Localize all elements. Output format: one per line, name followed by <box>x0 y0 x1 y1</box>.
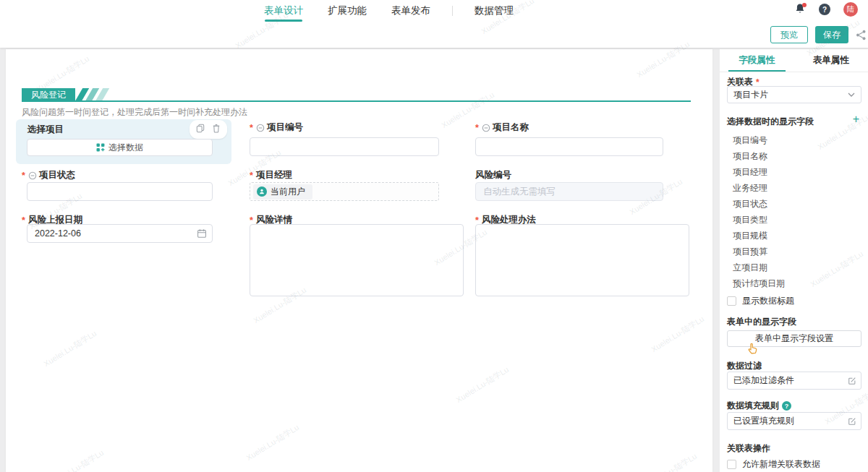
project-no-label: * 项目编号 <box>250 121 303 134</box>
tab-form-properties[interactable]: 表单属性 <box>794 49 868 72</box>
main-nav-tabs: 表单设计 扩展功能 表单发布 数据管理 <box>264 1 514 20</box>
tab-form-publish[interactable]: 表单发布 <box>391 4 430 17</box>
required-mark: * <box>475 123 479 133</box>
fill-rule-title: 数据填充规则 ? <box>727 400 791 412</box>
checkbox-icon <box>727 296 736 306</box>
hand-cursor-icon <box>747 342 760 357</box>
current-user-chip: 当前用户 <box>253 184 312 199</box>
tab-label: 表单发布 <box>391 5 430 16</box>
form-title: 风险登记 <box>22 88 75 101</box>
risk-method-textarea[interactable] <box>475 224 689 296</box>
required-mark: * <box>250 123 253 133</box>
select-data-label: 选择数据 <box>109 142 143 154</box>
risk-no-label: 风险编号 <box>475 169 511 181</box>
tab-extensions[interactable]: 扩展功能 <box>328 4 367 17</box>
required-mark: * <box>22 215 25 226</box>
edit-icon <box>848 417 856 426</box>
project-name-label: * 项目名称 <box>475 121 529 134</box>
app-screen: Xuelei.Lu-陆学LuXuelei.Lu-陆学LuXuelei.Lu-陆学… <box>0 0 868 472</box>
display-field-item[interactable]: 项目状态 <box>727 196 857 212</box>
project-status-label: * 项目状态 <box>22 169 75 181</box>
share-icon[interactable] <box>856 30 867 40</box>
project-manager-label: * 项目经理 <box>250 169 292 181</box>
select-project-widget[interactable]: 选择项目 选择数据 <box>16 119 231 164</box>
nav-divider <box>452 6 453 16</box>
header-icon-group: ? 陆 <box>794 2 858 17</box>
form-canvas: 风险登记 风险问题第一时间登记，处理完成后第一时间补充处理办法 选择项目 选择数… <box>6 49 712 472</box>
display-fields-title: 选择数据时的显示字段 <box>727 116 814 128</box>
display-field-item[interactable]: 项目编号 <box>727 132 857 148</box>
title-underline <box>22 100 691 102</box>
related-table-select[interactable]: 项目卡片 <box>727 86 861 103</box>
risk-no-input[interactable] <box>475 182 663 201</box>
user-icon <box>257 186 267 197</box>
notification-dot <box>802 3 807 7</box>
display-field-item[interactable]: 项目预算 <box>727 244 857 259</box>
top-header: 表单设计 扩展功能 表单发布 数据管理 ? 陆 预览 保存 <box>0 0 868 48</box>
project-manager-field[interactable]: 当前用户 <box>250 182 439 201</box>
calendar-icon[interactable] <box>197 228 207 241</box>
risk-date-input[interactable] <box>27 224 213 243</box>
show-data-title-checkbox[interactable]: 显示数据标题 <box>727 295 794 307</box>
help-glyph: ? <box>822 6 827 14</box>
related-table-value: 项目卡片 <box>733 89 768 101</box>
tab-label: 扩展功能 <box>328 5 367 16</box>
copy-icon[interactable] <box>196 123 205 136</box>
edit-icon <box>848 377 856 385</box>
notification-bell-icon[interactable] <box>794 3 806 16</box>
display-field-item[interactable]: 项目名称 <box>727 148 857 164</box>
info-icon[interactable]: ? <box>782 401 791 411</box>
table-ops-title: 关联表操作 <box>727 442 770 455</box>
avatar[interactable]: 陆 <box>843 2 858 17</box>
display-field-item[interactable]: 立项日期 <box>727 259 857 275</box>
add-display-field-icon[interactable]: + <box>853 114 859 124</box>
allow-add-related-checkbox[interactable]: 允许新增关联表数据 <box>727 458 820 471</box>
display-field-list: 项目编号项目名称项目经理业务经理项目状态项目类型项目规模项目预算立项日期预计结项… <box>727 132 857 291</box>
save-button[interactable]: 保存 <box>815 26 848 43</box>
tab-label: 表单设计 <box>264 5 303 16</box>
fill-rule-value: 已设置填充规则 <box>733 415 794 427</box>
checkbox-label: 显示数据标题 <box>742 295 794 307</box>
preview-button[interactable]: 预览 <box>770 26 808 43</box>
chevron-down-icon <box>848 93 855 98</box>
fill-rule-box[interactable]: 已设置填充规则 <box>727 412 861 430</box>
chip-label: 当前用户 <box>271 186 305 198</box>
data-filter-box[interactable]: 已添加过滤条件 <box>727 372 861 390</box>
risk-detail-textarea[interactable] <box>250 224 464 296</box>
link-icon <box>256 124 265 132</box>
tab-field-properties[interactable]: 字段属性 <box>720 49 794 72</box>
select-data-icon <box>96 143 105 152</box>
checkbox-label: 允许新增关联表数据 <box>742 458 820 471</box>
required-mark: * <box>22 171 25 181</box>
properties-tabs: 字段属性 表单属性 <box>720 49 868 72</box>
checkbox-icon <box>727 460 736 469</box>
project-no-input[interactable] <box>250 137 439 156</box>
help-icon[interactable]: ? <box>819 4 830 15</box>
display-field-item[interactable]: 项目规模 <box>727 228 857 244</box>
display-field-item[interactable]: 项目类型 <box>727 212 857 228</box>
tab-label: 数据管理 <box>475 5 514 16</box>
display-field-item[interactable]: 项目经理 <box>727 164 857 180</box>
link-icon <box>28 171 37 180</box>
project-name-input[interactable] <box>475 137 663 156</box>
form-title-bar[interactable]: 风险登记 <box>22 88 106 101</box>
display-field-item[interactable]: 业务经理 <box>727 180 857 196</box>
form-display-title: 表单中的显示字段 <box>727 316 796 328</box>
link-icon <box>482 124 490 132</box>
select-data-button[interactable]: 选择数据 <box>27 139 213 156</box>
display-field-item[interactable]: 预计结项日期 <box>727 275 857 291</box>
widget-action-pill <box>190 120 227 139</box>
required-mark: * <box>250 171 253 181</box>
project-status-input[interactable] <box>27 182 213 201</box>
tab-data-management[interactable]: 数据管理 <box>475 4 514 17</box>
toolbar-actions: 预览 保存 <box>770 26 862 43</box>
form-description: 风险问题第一时间登记，处理完成后第一时间补充处理办法 <box>22 106 247 119</box>
select-project-label: 选择项目 <box>27 124 64 136</box>
tab-form-design[interactable]: 表单设计 <box>264 4 303 17</box>
trash-icon[interactable] <box>212 123 221 136</box>
properties-panel: 字段属性 表单属性 关联表* 项目卡片 选择数据时的显示字段 + 项目编号项目名… <box>720 49 868 472</box>
data-filter-title: 数据过滤 <box>727 360 762 372</box>
avatar-text: 陆 <box>847 4 854 14</box>
data-filter-value: 已添加过滤条件 <box>733 374 794 387</box>
